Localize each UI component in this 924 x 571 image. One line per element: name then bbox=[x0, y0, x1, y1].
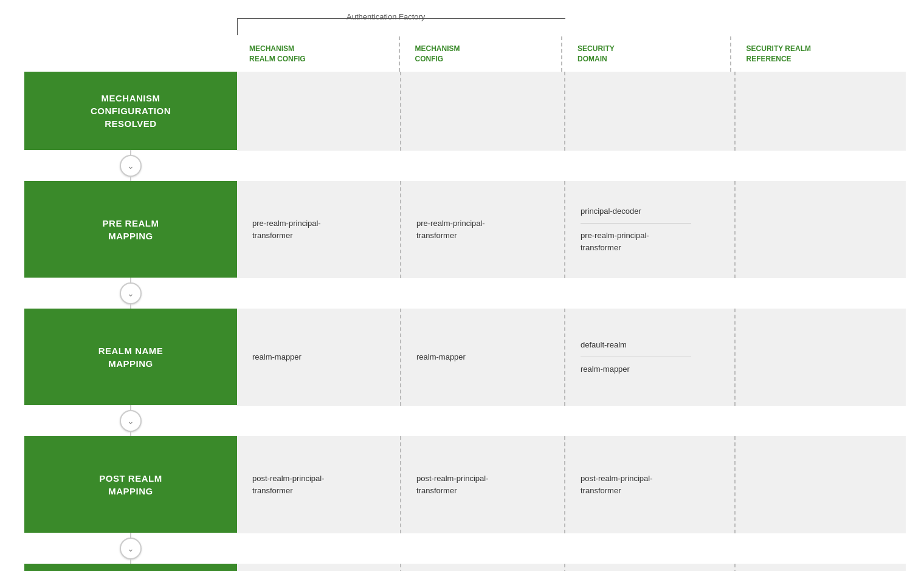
stage-row-4: POST REALMMAPPING post-realm-principal-t… bbox=[24, 436, 900, 533]
vert-line-top-3 bbox=[130, 405, 131, 410]
stage-row-5: FINAL PRINCIPALTRANSFORMATION final-prin… bbox=[24, 564, 900, 571]
stage-group-post-realm-mapping: POST REALMMAPPING post-realm-principal-t… bbox=[24, 436, 900, 533]
stage-cell-3-3: default-realm realm-mapper bbox=[565, 309, 736, 406]
security-domain-sub-2: principal-decoder pre-realm-principal-tr… bbox=[581, 200, 719, 259]
auth-factory-label: Authentication Factory bbox=[346, 12, 425, 21]
stage-group-realm-name-mapping: REALM NAMEMAPPING realm-mapper realm-map… bbox=[24, 309, 900, 406]
connector-3: ⌄ bbox=[24, 406, 900, 436]
vert-line-top-1 bbox=[130, 150, 131, 155]
stage-cell-5-4: principal-transformer bbox=[736, 564, 906, 571]
security-domain-sub-3: default-realm realm-mapper bbox=[581, 334, 719, 380]
auth-factory-header: Authentication Factory bbox=[237, 12, 900, 36]
chevron-icon-4: ⌄ bbox=[127, 544, 134, 553]
col-header-security-domain: SECURITYDOMAIN bbox=[562, 36, 731, 72]
vert-line-top-2 bbox=[130, 278, 131, 282]
security-domain-item-4-1: post-realm-principal-transformer bbox=[581, 468, 719, 501]
connector-left-1: ⌄ bbox=[24, 150, 237, 182]
stage-data-4: post-realm-principal-transformer post-re… bbox=[237, 436, 906, 533]
stage-cell-4-3: post-realm-principal-transformer bbox=[565, 436, 736, 533]
security-domain-item-3-1: default-realm bbox=[581, 334, 719, 356]
chevron-icon-1: ⌄ bbox=[127, 161, 134, 171]
stage-cell-2-1: pre-realm-principal-transformer bbox=[237, 181, 401, 278]
stage-cell-3-2: realm-mapper bbox=[401, 309, 565, 406]
stage-cell-4-4 bbox=[736, 436, 906, 533]
stage-cell-1-4 bbox=[736, 72, 906, 151]
stage-cell-5-3 bbox=[565, 564, 736, 571]
col-header-mechanism-config: MECHANISMCONFIG bbox=[400, 36, 563, 72]
stage-cell-1-3 bbox=[565, 72, 736, 151]
connector-4: ⌄ bbox=[24, 533, 900, 564]
line-connector-4: ⌄ bbox=[120, 533, 142, 564]
stage-cell-3-1: realm-mapper bbox=[237, 309, 401, 406]
line-connector-3: ⌄ bbox=[120, 405, 142, 437]
line-connector-1: ⌄ bbox=[120, 150, 142, 182]
chevron-circle-3: ⌄ bbox=[120, 410, 142, 432]
stage-label-final-principal-transformation: FINAL PRINCIPALTRANSFORMATION bbox=[24, 564, 237, 571]
security-domain-sub-4: post-realm-principal-transformer bbox=[581, 468, 719, 501]
connector-left-2: ⌄ bbox=[24, 278, 237, 309]
stage-data-2: pre-realm-principal-transformer pre-real… bbox=[237, 181, 906, 278]
stage-cell-1-2 bbox=[401, 72, 565, 151]
chevron-circle-2: ⌄ bbox=[120, 282, 142, 304]
stage-row-3: REALM NAMEMAPPING realm-mapper realm-map… bbox=[24, 309, 900, 406]
col-header-security-realm-ref: SECURITY REALMREFERENCE bbox=[731, 36, 900, 72]
security-domain-divider-2 bbox=[581, 223, 691, 224]
stage-group-pre-realm-mapping: PRE REALMMAPPING pre-realm-principal-tra… bbox=[24, 181, 900, 278]
stage-data-1 bbox=[237, 72, 906, 151]
stage-label-text-1: MECHANISMCONFIGURATIONRESOLVED bbox=[91, 92, 171, 130]
main-grid: MECHANISMCONFIGURATIONRESOLVED ⌄ bbox=[24, 72, 900, 571]
security-domain-divider-3 bbox=[581, 357, 691, 357]
stage-cell-5-1: final-principal-transformer bbox=[237, 564, 401, 571]
chevron-circle-1: ⌄ bbox=[120, 155, 142, 177]
stage-cell-5-2: final-principal-transformer bbox=[401, 564, 565, 571]
security-domain-item-3-2: realm-mapper bbox=[581, 358, 719, 380]
stage-cell-3-4 bbox=[736, 309, 906, 406]
stage-row-2: PRE REALMMAPPING pre-realm-principal-tra… bbox=[24, 181, 900, 278]
line-connector-2: ⌄ bbox=[120, 278, 142, 309]
col-header-mechanism-realm-config: MECHANISMREALM CONFIG bbox=[237, 36, 400, 72]
stage-label-post-realm-mapping: POST REALMMAPPING bbox=[24, 436, 237, 533]
stage-group-mechanism-config-resolved: MECHANISMCONFIGURATIONRESOLVED bbox=[24, 72, 900, 151]
stage-cell-2-2: pre-realm-principal-transformer bbox=[401, 181, 565, 278]
stage-label-text-4: POST REALMMAPPING bbox=[99, 472, 162, 497]
vert-line-top-4 bbox=[130, 533, 131, 538]
stage-group-final-principal-transformation: FINAL PRINCIPALTRANSFORMATION final-prin… bbox=[24, 564, 900, 571]
stage-cell-2-4 bbox=[736, 181, 906, 278]
connector-left-3: ⌄ bbox=[24, 405, 237, 437]
stage-data-3: realm-mapper realm-mapper default-realm … bbox=[237, 309, 906, 406]
stage-data-5: final-principal-transformer final-princi… bbox=[237, 564, 906, 571]
connector-left-4: ⌄ bbox=[24, 533, 237, 564]
page-wrapper: Authentication Factory MECHANISMREALM CO… bbox=[0, 0, 924, 571]
chevron-icon-3: ⌄ bbox=[127, 416, 134, 426]
stage-cell-4-2: post-realm-principal-transformer bbox=[401, 436, 565, 533]
security-domain-item-2-2: pre-realm-principal-transformer bbox=[581, 225, 719, 258]
stage-cell-1-1 bbox=[237, 72, 401, 151]
stage-cell-2-3: principal-decoder pre-realm-principal-tr… bbox=[565, 181, 736, 278]
stage-row-1: MECHANISMCONFIGURATIONRESOLVED bbox=[24, 72, 900, 151]
chevron-circle-4: ⌄ bbox=[120, 538, 142, 559]
stage-label-text-3: REALM NAMEMAPPING bbox=[98, 344, 164, 370]
security-domain-item-2-1: principal-decoder bbox=[581, 200, 719, 222]
connector-1: ⌄ bbox=[24, 151, 900, 181]
chevron-icon-2: ⌄ bbox=[127, 289, 134, 298]
col-headers: MECHANISMREALM CONFIG MECHANISMCONFIG SE… bbox=[237, 36, 900, 72]
stage-label-text-2: PRE REALMMAPPING bbox=[103, 217, 159, 242]
stage-label-pre-realm-mapping: PRE REALMMAPPING bbox=[24, 181, 237, 278]
stage-label-realm-name-mapping: REALM NAMEMAPPING bbox=[24, 309, 237, 406]
stage-cell-4-1: post-realm-principal-transformer bbox=[237, 436, 401, 533]
stage-label-mechanism-config-resolved: MECHANISMCONFIGURATIONRESOLVED bbox=[24, 72, 237, 151]
connector-2: ⌄ bbox=[24, 278, 900, 309]
